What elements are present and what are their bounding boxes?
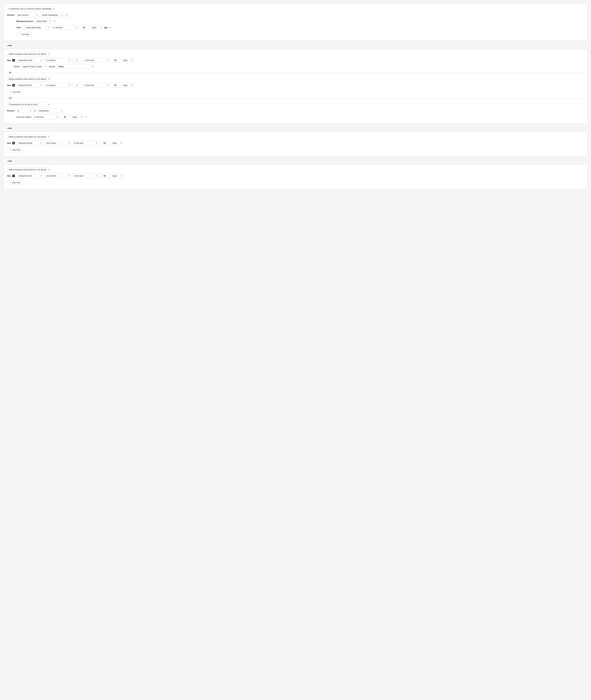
is-select[interactable]: is xyxy=(16,108,33,113)
add-filter-button-3[interactable]: ⊤ Add Filter xyxy=(7,147,23,152)
or-badge-1: OR xyxy=(7,71,13,74)
days-value-4[interactable] xyxy=(100,141,110,145)
black-tag-2: ■ xyxy=(12,84,15,86)
has-label-2: Has xyxy=(7,84,11,86)
black-tag-4: ■ xyxy=(12,175,15,177)
in-the-last-select-5[interactable]: in the last xyxy=(72,174,99,178)
is-at-least-select-1[interactable]: is at least xyxy=(45,58,71,63)
action-type-select-1[interactable]: What someone has done (or not done) xyxy=(7,52,51,56)
in-the-last-select-2[interactable]: in the last xyxy=(83,83,110,87)
or-line-1 xyxy=(15,73,584,73)
days-value-3[interactable] xyxy=(60,115,70,119)
days-unit-2[interactable]: days xyxy=(121,83,134,87)
action-type-select-2[interactable]: What someone has done (or not done) xyxy=(7,77,51,81)
subscribed-select[interactable]: subscribed xyxy=(35,19,52,23)
clicked-email-select[interactable]: Clicked Email xyxy=(17,83,43,87)
is-at-least-select-2[interactable]: is at least xyxy=(45,83,71,87)
days-value-2[interactable] xyxy=(111,83,120,87)
filter-icon-4: ⊤ xyxy=(9,182,11,184)
info-icon[interactable]: i xyxy=(65,13,68,16)
add-filter-button-2[interactable]: ⊤ Add Filter xyxy=(7,90,23,94)
apple-privacy-select[interactable]: Apple Privacy Open xyxy=(21,64,48,69)
black-tag-1: ■ xyxy=(12,59,15,62)
and-label: And xyxy=(16,26,23,29)
remove-and-filter-button[interactable]: ✕ xyxy=(109,26,112,29)
in-the-last-select-4[interactable]: in the last xyxy=(72,141,99,145)
sub-block-clicked-email: What someone has done (or not done) Has … xyxy=(7,77,584,94)
and-connector-label-3: + AND xyxy=(6,160,12,162)
in-the-last-select-3[interactable]: in the last xyxy=(32,115,59,119)
add-filter-label-2: Add Filter xyxy=(12,91,21,93)
remove-list-filter-button[interactable]: ✕ xyxy=(85,116,88,118)
because-label: Because person xyxy=(16,20,33,22)
days-value-input[interactable] xyxy=(79,25,89,30)
add-filter-label-3: Add Filter xyxy=(12,149,21,151)
count-input-1[interactable] xyxy=(72,58,82,63)
opened-email-select-2[interactable]: Opened Email xyxy=(17,141,43,145)
where-label: where xyxy=(14,65,20,68)
equals-label: equals xyxy=(49,65,55,68)
actions-block-1: What someone has done (or not done) Has … xyxy=(4,49,587,124)
add-filter-label-4: Add Filter xyxy=(12,182,21,184)
opened-email-select[interactable]: Opened Email xyxy=(17,58,43,63)
action-type-select-3[interactable]: What someone has done (or not done) xyxy=(7,134,51,139)
days-unit-1[interactable]: days xyxy=(121,58,134,63)
is-at-least-select[interactable]: is at least xyxy=(52,25,78,30)
zero-times-select-2[interactable]: zero times xyxy=(45,174,71,178)
actions-block-2: What someone has done (or not done) Has … xyxy=(4,132,587,156)
days-value-1[interactable] xyxy=(111,58,120,63)
remove-where-button[interactable]: ✕ xyxy=(91,65,95,68)
and-connector-1[interactable]: + AND xyxy=(4,43,14,48)
and-connector-label-2: + AND xyxy=(6,127,12,129)
or-divider-2: OR xyxy=(7,97,584,100)
list-condition-select[interactable]: If someone is in or not in a list xyxy=(7,102,51,107)
and-was-added-label: and was added xyxy=(16,116,31,118)
sub-block-opened-email: What someone has done (or not done) Has … xyxy=(7,52,584,69)
has-label-1: Has xyxy=(7,59,11,62)
days-unit-select[interactable]: days xyxy=(90,25,103,30)
in-the-last-select-1[interactable]: in the last xyxy=(83,58,110,63)
or-badge-2: OR xyxy=(7,97,13,100)
days-unit-4[interactable]: days xyxy=(111,141,123,145)
filter-icon-3: ⊤ xyxy=(9,149,11,151)
days-unit-3[interactable]: days xyxy=(71,115,83,119)
remove-because-button[interactable]: ✕ xyxy=(53,20,56,22)
person-label: Person xyxy=(7,14,14,16)
add-filter-label: Add filter xyxy=(21,33,29,36)
action-type-select-4[interactable]: What someone has done (or not done) xyxy=(7,167,51,172)
filter-icon-2: ⊤ xyxy=(9,91,11,93)
zero-times-select[interactable]: zero times xyxy=(45,141,71,145)
sub-block-list: If someone is in or not in a list Person… xyxy=(7,102,584,119)
or-line-2 xyxy=(15,98,584,99)
filter-icon: ⊤ xyxy=(19,33,20,36)
ago-label: ago xyxy=(104,26,108,29)
has-label-3: Has xyxy=(7,142,11,144)
has-label-4: Has xyxy=(7,175,11,177)
actions-block-3: What someone has done (or not done) Has … xyxy=(4,165,587,189)
main-condition-select[interactable]: If someone can or cannot receive marketi… xyxy=(7,6,56,11)
newsletter-select[interactable]: Newsletter xyxy=(37,108,64,113)
days-value-5[interactable] xyxy=(100,174,110,178)
add-filter-button-4[interactable]: ⊤ Add Filter xyxy=(7,180,23,185)
marketing-type-select[interactable]: email marketing xyxy=(40,13,64,17)
person-label-2: Person xyxy=(7,110,14,112)
and-connector-3[interactable]: + AND xyxy=(4,159,14,164)
in-label: in xyxy=(34,110,36,112)
count-input-2[interactable] xyxy=(72,83,82,87)
subscribed-date-select[interactable]: subscribed date xyxy=(24,25,51,30)
clicked-email-select-2[interactable]: Clicked Email xyxy=(17,174,43,178)
can-receive-select[interactable]: can receive xyxy=(16,13,39,17)
equals-value-input[interactable] xyxy=(57,64,90,69)
marketing-block: If someone can or cannot receive marketi… xyxy=(4,4,587,41)
black-tag-3: ■ xyxy=(12,142,15,144)
add-filter-button[interactable]: ⊤ Add filter xyxy=(16,32,32,37)
and-connector-label: + AND xyxy=(6,44,12,47)
or-divider-1: OR xyxy=(7,71,584,74)
and-connector-2[interactable]: + AND xyxy=(4,126,14,131)
days-unit-5[interactable]: days xyxy=(111,174,123,178)
